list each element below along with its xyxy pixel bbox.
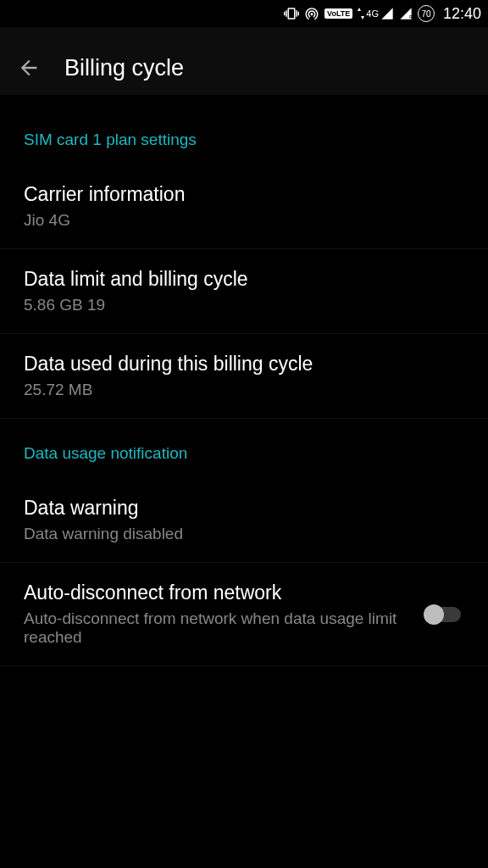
page-title: Billing cycle <box>64 55 184 81</box>
list-item-subtitle: Auto-disconnect from network when data u… <box>24 609 410 647</box>
list-item-title: Carrier information <box>24 183 464 206</box>
back-button[interactable] <box>14 53 44 83</box>
signal-icon <box>380 7 394 20</box>
vibrate-icon <box>284 6 299 21</box>
signal-icon-2: R <box>399 7 413 20</box>
signal-group-1: 4G <box>358 7 394 20</box>
data-limit-item[interactable]: Data limit and billing cycle 5.86 GB 19 <box>0 249 488 334</box>
list-item-subtitle: Data warning disabled <box>24 525 464 543</box>
carrier-information-item[interactable]: Carrier information Jio 4G <box>0 164 488 249</box>
list-item-title: Data limit and billing cycle <box>24 268 464 291</box>
auto-disconnect-item[interactable]: Auto-disconnect from network Auto-discon… <box>0 563 488 666</box>
volte-badge: VoLTE <box>324 8 352 19</box>
list-item-title: Data used during this billing cycle <box>24 353 464 376</box>
list-item-subtitle: 5.86 GB 19 <box>24 296 464 314</box>
auto-disconnect-toggle[interactable] <box>424 603 464 626</box>
data-arrows-icon <box>358 8 364 19</box>
status-bar: VoLTE 4G R 70 12:40 <box>0 0 488 27</box>
battery-icon: 70 <box>418 5 435 22</box>
svg-text:R: R <box>409 15 413 19</box>
data-used-item[interactable]: Data used during this billing cycle 25.7… <box>0 334 488 419</box>
section-header-notification: Data usage notification <box>0 419 488 478</box>
hotspot-icon <box>304 6 319 21</box>
clock: 12:40 <box>443 5 481 23</box>
list-item-title: Data warning <box>24 497 464 520</box>
section-header-plan: SIM card 1 plan settings <box>0 115 488 164</box>
network-type-label: 4G <box>366 9 379 19</box>
settings-list: SIM card 1 plan settings Carrier informa… <box>0 95 488 666</box>
data-warning-item[interactable]: Data warning Data warning disabled <box>0 478 488 563</box>
list-item-subtitle: Jio 4G <box>24 211 464 230</box>
list-item-title: Auto-disconnect from network <box>24 581 410 604</box>
battery-percent: 70 <box>421 9 430 19</box>
list-item-subtitle: 25.72 MB <box>24 381 464 399</box>
app-bar: Billing cycle <box>0 27 488 95</box>
